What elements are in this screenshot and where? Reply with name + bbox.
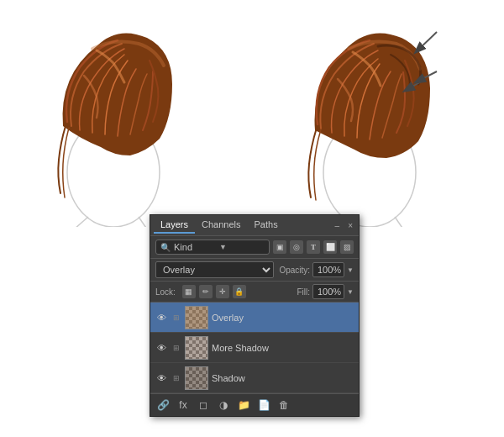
- layer-link-icon: ⊞: [171, 371, 181, 385]
- add-group-button[interactable]: 📁: [236, 398, 251, 413]
- search-row: 🔍 ▼ ▣ ◎ T ⬜ ▨: [150, 236, 359, 259]
- layer-link-icon: ⊞: [171, 311, 181, 324]
- hair-left: [17, 8, 210, 227]
- opacity-group: Opacity: ▼: [279, 262, 354, 277]
- lock-pixels-btn[interactable]: ✏: [199, 285, 213, 298]
- fill-input[interactable]: [312, 284, 344, 299]
- svg-line-5: [395, 217, 407, 227]
- close-button[interactable]: ×: [345, 220, 355, 231]
- lock-label: Lock:: [155, 287, 176, 297]
- panel-tabs: Layers Channels Paths: [154, 217, 285, 234]
- lock-row: Lock: ▦ ✏ ✛ 🔒 Fill: ▼: [150, 282, 359, 303]
- shape-filter-icon[interactable]: ⬜: [323, 240, 337, 254]
- blend-mode-select[interactable]: Overlay Normal Multiply Screen: [155, 261, 274, 278]
- layer-thumbnail: [185, 306, 208, 329]
- add-adjustment-button[interactable]: ◑: [216, 398, 231, 413]
- type-filter-icon[interactable]: T: [307, 240, 320, 254]
- layer-item[interactable]: 👁 ⊞ Shadow: [150, 363, 359, 393]
- hair-right: [260, 8, 479, 227]
- lock-icons: ▦ ✏ ✛ 🔒: [182, 285, 292, 298]
- delete-layer-button[interactable]: 🗑: [276, 398, 291, 413]
- fill-dropdown-icon: ▼: [347, 288, 354, 296]
- opacity-dropdown-icon: ▼: [347, 266, 354, 274]
- blend-row: Overlay Normal Multiply Screen Opacity: …: [150, 259, 359, 282]
- layers-list: 👁 ⊞ Overlay 👁 ⊞ More Shadow 👁 ⊞: [150, 303, 359, 393]
- add-fx-button[interactable]: fx: [176, 398, 191, 413]
- lock-position-btn[interactable]: ✛: [216, 285, 229, 298]
- add-mask-button[interactable]: ◻: [196, 398, 211, 413]
- panel-titlebar: Layers Channels Paths – ×: [150, 215, 359, 236]
- layer-visibility-toggle[interactable]: 👁: [155, 341, 168, 355]
- svg-line-1: [67, 217, 88, 227]
- lock-all-btn[interactable]: 🔒: [233, 285, 246, 298]
- filter-icons: ▣ ◎ T ⬜ ▨: [273, 240, 354, 254]
- panel-controls: – ×: [333, 220, 355, 231]
- layer-name: Shadow: [212, 373, 354, 383]
- hair-left-svg: [17, 8, 210, 227]
- layer-name: Overlay: [212, 313, 354, 323]
- dropdown-arrow-icon: ▼: [219, 243, 227, 251]
- collapse-button[interactable]: –: [333, 220, 343, 231]
- search-icon: 🔍: [160, 243, 171, 252]
- tab-paths[interactable]: Paths: [248, 217, 285, 234]
- pixel-filter-icon[interactable]: ▣: [273, 240, 286, 254]
- new-layer-button[interactable]: 📄: [256, 398, 271, 413]
- layer-visibility-toggle[interactable]: 👁: [155, 371, 168, 385]
- fill-label: Fill:: [297, 287, 311, 297]
- layer-item[interactable]: 👁 ⊞ Overlay: [150, 303, 359, 333]
- search-box[interactable]: 🔍 ▼: [155, 240, 270, 255]
- canvas-area: Layers Channels Paths – × 🔍 ▼ ▣ ◎ T ⬜ ▨: [0, 0, 504, 437]
- layer-thumbnail: [185, 336, 208, 360]
- panel-footer: 🔗 fx ◻ ◑ 📁 📄 🗑: [150, 393, 359, 416]
- layer-name: More Shadow: [212, 343, 354, 353]
- tab-layers[interactable]: Layers: [154, 217, 195, 234]
- opacity-input[interactable]: [312, 262, 344, 277]
- smart-filter-icon[interactable]: ▨: [340, 240, 354, 254]
- fill-group: Fill: ▼: [297, 284, 354, 299]
- layer-link-icon: ⊞: [171, 341, 181, 355]
- layer-visibility-toggle[interactable]: 👁: [155, 311, 168, 324]
- hair-right-svg: [260, 8, 479, 227]
- link-layers-button[interactable]: 🔗: [155, 398, 171, 413]
- lock-transparent-btn[interactable]: ▦: [182, 285, 196, 298]
- adjustment-filter-icon[interactable]: ◎: [290, 240, 303, 254]
- layer-item[interactable]: 👁 ⊞ More Shadow: [150, 333, 359, 363]
- opacity-label: Opacity:: [279, 266, 310, 275]
- tab-channels[interactable]: Channels: [195, 217, 247, 234]
- layers-panel: Layers Channels Paths – × 🔍 ▼ ▣ ◎ T ⬜ ▨: [150, 214, 360, 417]
- search-input[interactable]: [174, 242, 216, 252]
- layer-thumbnail: [185, 366, 208, 390]
